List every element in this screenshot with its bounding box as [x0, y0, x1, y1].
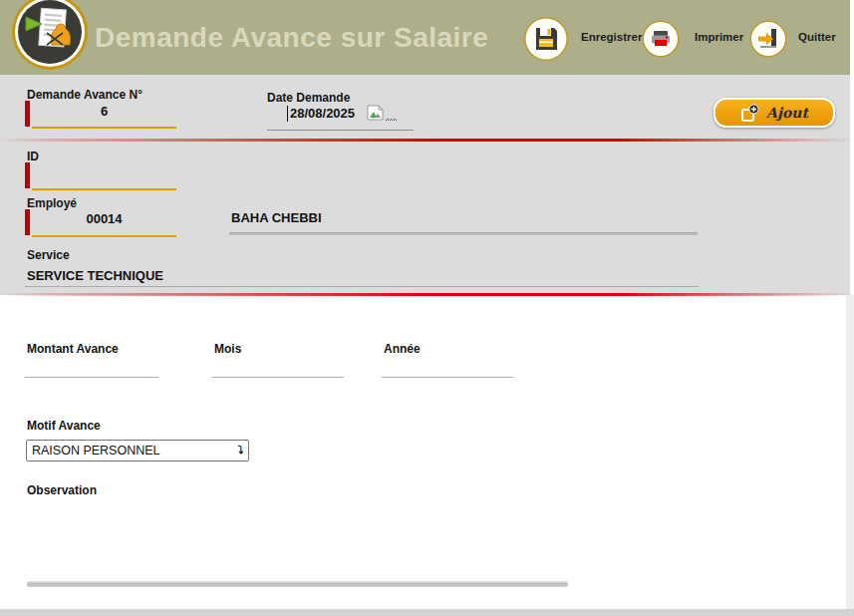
exit-icon[interactable] — [749, 20, 787, 62]
date-demande-label: Date Demande — [267, 91, 350, 105]
header-bar: Demande Avance sur Salaire Enregistrer — [0, 0, 850, 75]
field-underline — [267, 130, 414, 131]
field-underline — [212, 377, 344, 378]
calendar-picker-broken-image-icon[interactable]: … — [367, 105, 397, 121]
text-caret — [287, 106, 288, 122]
add-icon — [740, 104, 759, 123]
right-edge-strip — [846, 295, 854, 609]
mois-label: Mois — [214, 342, 241, 356]
employe-code-field[interactable]: 00014 — [32, 211, 176, 226]
window-bottom-edge — [0, 609, 854, 616]
date-demande-field[interactable]: 28/08/2025 — [290, 106, 355, 121]
motif-label: Motif Avance — [27, 419, 101, 433]
field-underline — [32, 235, 176, 237]
service-label: Service — [27, 248, 70, 262]
annee-field[interactable] — [384, 356, 511, 371]
observation-field[interactable] — [25, 501, 572, 577]
page-title: Demande Avance sur Salaire — [95, 22, 488, 54]
id-field[interactable] — [32, 164, 176, 179]
demande-no-field[interactable]: 6 — [32, 104, 176, 119]
field-underline — [382, 377, 513, 378]
observation-label: Observation — [27, 483, 97, 497]
horizontal-scrollbar[interactable] — [27, 581, 568, 587]
save-icon[interactable] — [523, 16, 569, 66]
red-divider — [0, 293, 854, 296]
employe-label: Employé — [27, 196, 77, 210]
demande-no-label: Demande Avance N° — [27, 88, 142, 102]
quit-button[interactable]: Quitter — [798, 31, 836, 43]
annee-label: Année — [384, 342, 421, 356]
add-button-label: Ajout — [766, 105, 808, 121]
add-button[interactable]: Ajout — [713, 98, 835, 128]
motif-select[interactable]: RAISON PERSONNEL — [26, 440, 249, 462]
montant-field[interactable] — [27, 356, 156, 371]
required-marker — [25, 162, 30, 188]
print-button[interactable]: Imprimer — [695, 31, 743, 43]
mois-field[interactable] — [214, 356, 342, 371]
employe-name-value: BAHA CHEBBI — [231, 210, 322, 225]
service-value: SERVICE TECHNIQUE — [27, 268, 163, 283]
field-underline — [32, 127, 176, 129]
field-underline — [25, 286, 699, 287]
required-marker — [25, 101, 30, 127]
field-underline — [32, 188, 176, 190]
red-divider — [0, 139, 854, 142]
field-underline — [25, 377, 158, 378]
montant-label: Montant Avance — [27, 342, 119, 356]
required-marker — [25, 209, 30, 235]
app-window: Demande Avance sur Salaire Enregistrer — [0, 0, 854, 616]
field-underline — [229, 232, 698, 235]
save-button[interactable]: Enregistrer — [581, 31, 642, 43]
motif-select-wrap: RAISON PERSONNEL ⤵ — [26, 440, 249, 462]
app-logo-icon — [11, 0, 89, 71]
print-icon[interactable] — [642, 20, 680, 62]
id-label: ID — [27, 150, 39, 163]
